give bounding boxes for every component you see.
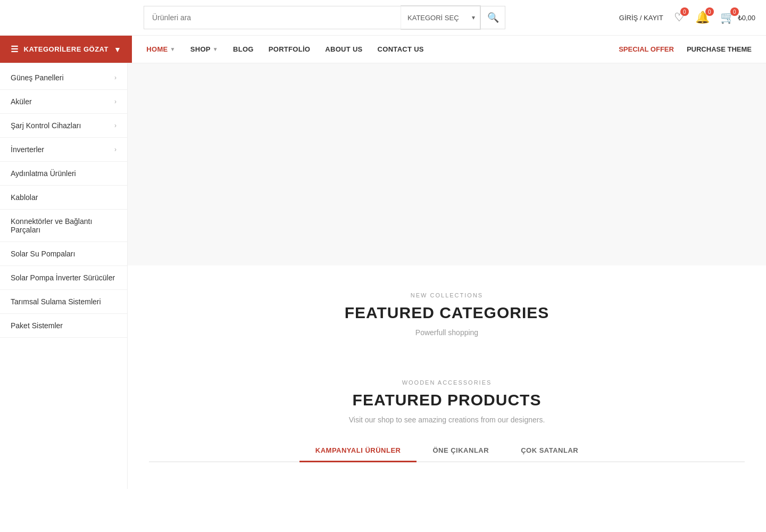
- wishlist-button[interactable]: ♡ 0: [674, 11, 685, 24]
- nav-label-contact: CONTACT US: [378, 45, 424, 53]
- chevron-right-icon-2: ›: [114, 122, 116, 129]
- purchase-theme-link[interactable]: PURCHASE THEME: [680, 38, 758, 61]
- main-layout: Güneş Panelleri › Aküler › Şarj Kontrol …: [0, 63, 766, 489]
- wishlist-badge: 0: [680, 7, 689, 16]
- sidebar-label-gunes-panelleri: Güneş Panelleri: [11, 73, 64, 82]
- categories-toggle[interactable]: ☰ KATEGORİLERE GÖZAT ▼: [0, 36, 132, 63]
- nav-link-about[interactable]: ABOUT US: [319, 38, 369, 61]
- sidebar-label-sarj-kontrol: Şarj Kontrol Cihazları: [11, 121, 81, 130]
- nav-link-portfolio[interactable]: PORTFOLİO: [262, 38, 317, 61]
- tab-kampanyali[interactable]: KAMPANYALI ÜRÜNLER: [299, 440, 417, 462]
- nav-link-shop[interactable]: SHOP ▼: [184, 38, 224, 61]
- nav-links: HOME ▼ SHOP ▼ BLOG PORTFOLİO ABOUT US CO…: [132, 36, 438, 63]
- sidebar-label-akuler: Aküler: [11, 97, 32, 106]
- search-button[interactable]: 🔍: [481, 6, 505, 29]
- search-input[interactable]: [144, 6, 401, 29]
- featured-products-tag: WOODEN ACCESSORIES: [149, 379, 745, 386]
- featured-categories-subtitle: Powerfull shopping: [149, 328, 745, 337]
- chevron-right-icon-1: ›: [114, 98, 116, 105]
- chevron-right-icon-0: ›: [114, 74, 116, 81]
- sidebar-item-solar-pompa[interactable]: Solar Pompa İnverter Sürücüler: [0, 266, 127, 290]
- notification-button[interactable]: 🔔 0: [695, 11, 710, 24]
- nav-label-about: ABOUT US: [325, 45, 362, 53]
- sidebar-item-aydinlatma[interactable]: Aydınlatma Ürünleri: [0, 162, 127, 186]
- sidebar-item-sarj-kontrol[interactable]: Şarj Kontrol Cihazları ›: [0, 114, 127, 138]
- sidebar-item-kablolar[interactable]: Kablolar: [0, 186, 127, 210]
- sidebar-label-solar-su: Solar Su Pompaları: [11, 250, 75, 258]
- sidebar-item-gunes-panelleri[interactable]: Güneş Panelleri ›: [0, 66, 127, 90]
- sidebar-label-paket: Paket Sistemler: [11, 321, 63, 330]
- cart-icon-wrap: 🛒 0: [720, 11, 735, 24]
- search-icon: 🔍: [487, 12, 499, 23]
- top-actions: GİRİŞ / KAYIT ♡ 0 🔔 0 🛒 0 ₺0,00: [619, 11, 755, 24]
- cart-price: ₺0,00: [738, 14, 755, 22]
- featured-categories-title: FEATURED CATEGORIES: [149, 304, 745, 322]
- chevron-right-icon-3: ›: [114, 146, 116, 153]
- notification-badge: 0: [705, 7, 714, 16]
- nav-link-blog[interactable]: BLOG: [227, 38, 260, 61]
- sidebar-item-paket[interactable]: Paket Sistemler: [0, 314, 127, 338]
- nav-label-portfolio: PORTFOLİO: [269, 45, 311, 53]
- tab-one-cikanlar[interactable]: ÖNE ÇIKANLAR: [417, 440, 505, 462]
- nav-bar: ☰ KATEGORİLERE GÖZAT ▼ HOME ▼ SHOP ▼ BLO…: [0, 36, 766, 63]
- special-offer-link[interactable]: SPECIAL OFFER: [612, 38, 680, 61]
- tab-cok-satanlar[interactable]: ÇOK SATANLAR: [505, 440, 594, 462]
- categories-toggle-label: KATEGORİLERE GÖZAT: [24, 45, 109, 53]
- featured-categories-tag: NEW COLLECTIONS: [149, 292, 745, 298]
- featured-products-section: WOODEN ACCESSORIES FEATURED PRODUCTS Vis…: [128, 353, 766, 473]
- cart-badge: 0: [730, 7, 739, 16]
- sidebar-label-inverterler: İnverterler: [11, 145, 44, 154]
- chevron-down-icon: ▼: [114, 45, 121, 54]
- top-bar: KATEGORİ SEÇ 🔍 GİRİŞ / KAYIT ♡ 0 🔔 0 🛒 0…: [0, 0, 766, 36]
- login-link[interactable]: GİRİŞ / KAYIT: [619, 14, 663, 22]
- sidebar-item-inverterler[interactable]: İnverterler ›: [0, 138, 127, 162]
- sidebar-item-solar-su[interactable]: Solar Su Pompaları: [0, 242, 127, 266]
- sidebar-item-tarimsal[interactable]: Tarımsal Sulama Sistemleri: [0, 290, 127, 314]
- product-tabs: KAMPANYALI ÜRÜNLER ÖNE ÇIKANLAR ÇOK SATA…: [149, 440, 745, 462]
- featured-products-subtitle: Visit our shop to see amazing creations …: [149, 415, 745, 424]
- sidebar-item-akuler[interactable]: Aküler ›: [0, 90, 127, 114]
- sidebar-item-konnektorler[interactable]: Konnektörler ve Bağlantı Parçaları: [0, 210, 127, 242]
- category-select[interactable]: KATEGORİ SEÇ: [401, 6, 480, 29]
- hamburger-icon: ☰: [11, 44, 19, 54]
- nav-arrow-shop: ▼: [213, 46, 218, 52]
- featured-products-title: FEATURED PRODUCTS: [149, 391, 745, 409]
- sidebar-label-kablolar: Kablolar: [11, 193, 38, 202]
- nav-link-contact[interactable]: CONTACT US: [371, 38, 430, 61]
- sidebar-label-solar-pompa: Solar Pompa İnverter Sürücüler: [11, 273, 115, 282]
- hero-banner: [128, 63, 766, 265]
- nav-label-shop: SHOP: [190, 45, 211, 53]
- content-area: NEW COLLECTIONS FEATURED CATEGORIES Powe…: [128, 63, 766, 489]
- sidebar: Güneş Panelleri › Aküler › Şarj Kontrol …: [0, 63, 128, 489]
- nav-link-home[interactable]: HOME ▼: [140, 38, 181, 61]
- cart-button[interactable]: 🛒 0 ₺0,00: [720, 11, 755, 24]
- category-select-wrapper: KATEGORİ SEÇ: [401, 5, 481, 30]
- nav-label-blog: BLOG: [233, 45, 254, 53]
- sidebar-label-tarimsal: Tarımsal Sulama Sistemleri: [11, 297, 101, 306]
- nav-label-home: HOME: [146, 45, 168, 53]
- nav-arrow-home: ▼: [170, 46, 176, 52]
- sidebar-label-konnektorler: Konnektörler ve Bağlantı Parçaları: [11, 217, 116, 234]
- featured-categories-section: NEW COLLECTIONS FEATURED CATEGORIES Powe…: [128, 265, 766, 353]
- nav-right: SPECIAL OFFER PURCHASE THEME: [604, 36, 766, 63]
- sidebar-label-aydinlatma: Aydınlatma Ürünleri: [11, 169, 76, 178]
- search-container: KATEGORİ SEÇ 🔍: [144, 5, 505, 30]
